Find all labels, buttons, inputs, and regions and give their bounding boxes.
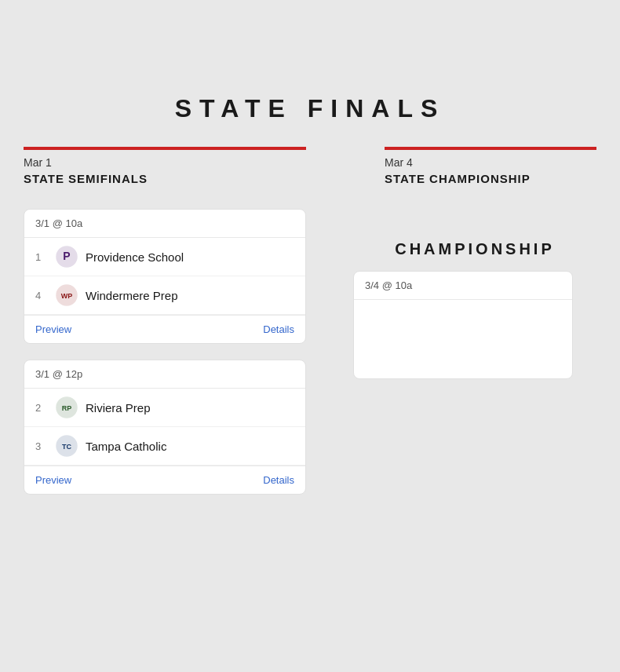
match-time: 3/1 @ 10a (24, 210, 305, 238)
left-column-header: Mar 1 STATE SEMIFINALS (24, 147, 306, 185)
championship-card: 3/4 @ 10a (353, 271, 573, 379)
preview-link[interactable]: Preview (35, 474, 71, 486)
team-seed: 2 (35, 402, 48, 414)
details-link[interactable]: Details (263, 474, 294, 486)
championship-body (354, 300, 572, 378)
team-logo-tampa-catholic: TC (56, 435, 78, 457)
right-header-date: Mar 4 (385, 156, 596, 169)
svg-text:RP: RP (62, 404, 72, 412)
championship-label: CHAMPIONSHIP (353, 240, 596, 258)
svg-text:P: P (63, 250, 70, 262)
team-seed: 1 (35, 251, 48, 263)
match-time: 3/1 @ 12p (24, 360, 305, 389)
match-footer: Preview Details (24, 466, 305, 494)
team-name: Providence School (86, 250, 184, 264)
team-name: Windermere Prep (86, 289, 178, 302)
left-header-title: STATE SEMIFINALS (24, 172, 306, 185)
match-footer: Preview Details (24, 315, 305, 343)
match-card-1: 3/1 @ 10a 1 P Providence School 4 WP Win… (24, 209, 306, 344)
svg-text:WP: WP (61, 292, 73, 300)
championship-time: 3/4 @ 10a (354, 272, 572, 300)
team-name: Riviera Prep (86, 401, 151, 415)
match-team: 3 TC Tampa Catholic (24, 427, 305, 466)
team-logo-riviera-prep: RP (56, 396, 78, 418)
team-seed: 4 (35, 290, 48, 301)
match-team: 4 WP Windermere Prep (24, 276, 305, 315)
right-header-bar (385, 147, 596, 150)
left-header-date: Mar 1 (24, 156, 306, 169)
team-name: Tampa Catholic (86, 440, 166, 453)
svg-text:TC: TC (62, 443, 71, 451)
preview-link[interactable]: Preview (35, 323, 71, 335)
left-header-bar (24, 147, 306, 150)
match-card-2: 3/1 @ 12p 2 RP Riviera Prep 3 TC Tampa C… (24, 360, 306, 495)
details-link[interactable]: Details (263, 323, 294, 335)
right-column-header: Mar 4 STATE CHAMPIONSHIP (385, 147, 596, 185)
right-header-title: STATE CHAMPIONSHIP (385, 172, 596, 185)
match-team: 2 RP Riviera Prep (24, 389, 305, 427)
team-logo-providence-school: P (56, 246, 78, 268)
match-team: 1 P Providence School (24, 238, 305, 276)
team-seed: 3 (35, 440, 48, 452)
page-title: STATE FINALS (175, 94, 446, 123)
team-logo-windermere-prep: WP (56, 284, 78, 306)
